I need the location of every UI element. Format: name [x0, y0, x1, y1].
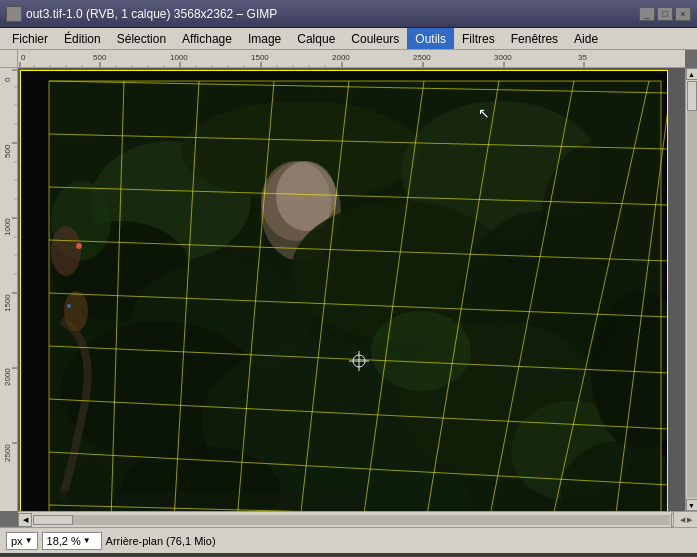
menu-couleurs[interactable]: Couleurs	[343, 28, 407, 49]
svg-point-75	[64, 291, 88, 331]
close-button[interactable]: ×	[675, 7, 691, 21]
svg-text:35: 35	[578, 53, 587, 62]
titlebar: out3.tif-1.0 (RVB, 1 calque) 3568x2362 –…	[0, 0, 697, 28]
svg-point-72	[371, 311, 471, 391]
svg-text:500: 500	[3, 144, 12, 158]
menu-edition[interactable]: Édition	[56, 28, 109, 49]
scroll-track-bottom	[33, 515, 670, 525]
zoom-selector[interactable]: 18,2 % ▼	[42, 532, 102, 550]
menu-fichier[interactable]: Fichier	[4, 28, 56, 49]
menu-calque[interactable]: Calque	[289, 28, 343, 49]
unit-dropdown-icon[interactable]: ▼	[25, 536, 33, 545]
scroll-left-button[interactable]: ◀	[18, 513, 32, 527]
minimize-button[interactable]: _	[639, 7, 655, 21]
ruler-top: 0 500 1000 1500 2000 2500 3000 35	[18, 50, 685, 68]
svg-rect-54	[21, 71, 49, 511]
svg-text:1000: 1000	[170, 53, 188, 62]
menu-affichage[interactable]: Affichage	[174, 28, 240, 49]
svg-text:0: 0	[3, 77, 12, 82]
scroll-next-icon[interactable]: ▶	[687, 516, 692, 524]
menubar: Fichier Édition Sélection Affichage Imag…	[0, 28, 697, 50]
menu-outils[interactable]: Outils	[407, 28, 454, 49]
svg-text:0: 0	[21, 53, 26, 62]
scroll-corner[interactable]: ◀ ▶	[673, 511, 697, 527]
svg-text:2500: 2500	[3, 444, 12, 462]
svg-text:1000: 1000	[3, 218, 12, 236]
titlebar-left: out3.tif-1.0 (RVB, 1 calque) 3568x2362 –…	[6, 6, 277, 22]
svg-rect-80	[49, 491, 369, 511]
svg-text:1500: 1500	[3, 294, 12, 312]
scrollbar-right[interactable]: ▲ ▼	[685, 68, 697, 511]
ruler-left: 0 500 1000 1500 2000 2500	[0, 68, 18, 511]
menu-selection[interactable]: Sélection	[109, 28, 174, 49]
menu-fenetres[interactable]: Fenêtres	[503, 28, 566, 49]
zoom-dropdown-icon[interactable]: ▼	[83, 536, 91, 545]
unit-selector[interactable]: px ▼	[6, 532, 38, 550]
svg-point-74	[51, 226, 81, 276]
titlebar-title: out3.tif-1.0 (RVB, 1 calque) 3568x2362 –…	[26, 7, 277, 21]
menu-image[interactable]: Image	[240, 28, 289, 49]
svg-text:2500: 2500	[413, 53, 431, 62]
svg-point-108	[67, 304, 71, 308]
menu-aide[interactable]: Aide	[566, 28, 606, 49]
app-icon	[6, 6, 22, 22]
status-text: Arrière-plan (76,1 Mio)	[106, 535, 691, 547]
scroll-track-right	[687, 81, 697, 498]
canvas-container: 0 500 1000 1500 2000 2500 3000 35	[0, 50, 697, 527]
zoom-value: 18,2 %	[47, 535, 81, 547]
scroll-thumb-bottom[interactable]	[33, 515, 73, 525]
scrollbar-bottom[interactable]: ◀ ▶	[18, 511, 685, 527]
statusbar: px ▼ 18,2 % ▼ Arrière-plan (76,1 Mio)	[0, 527, 697, 553]
svg-point-107	[76, 243, 82, 249]
scroll-thumb-right[interactable]	[687, 81, 697, 111]
ruler-corner	[0, 50, 18, 68]
unit-value: px	[11, 535, 23, 547]
svg-text:2000: 2000	[332, 53, 350, 62]
scroll-down-button[interactable]: ▼	[686, 499, 698, 511]
scroll-up-button[interactable]: ▲	[686, 68, 698, 80]
svg-text:3000: 3000	[494, 53, 512, 62]
svg-text:2000: 2000	[3, 368, 12, 386]
scroll-prev-icon[interactable]: ◀	[680, 516, 685, 524]
image-area[interactable]: ↖	[18, 68, 685, 511]
image-canvas[interactable]	[20, 70, 668, 511]
menu-filtres[interactable]: Filtres	[454, 28, 503, 49]
svg-text:1500: 1500	[251, 53, 269, 62]
svg-text:500: 500	[93, 53, 107, 62]
titlebar-controls[interactable]: _ □ ×	[639, 7, 691, 21]
maximize-button[interactable]: □	[657, 7, 673, 21]
